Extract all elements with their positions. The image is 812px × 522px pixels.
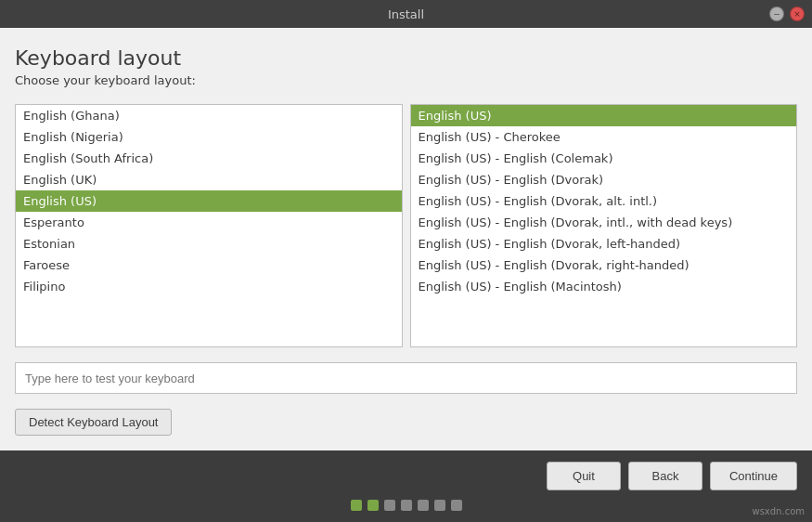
progress-dots — [351, 500, 462, 511]
progress-dot-6 — [451, 500, 462, 511]
list-item[interactable]: English (US) — [411, 105, 797, 126]
list-item[interactable]: English (US) - English (Dvorak, alt. int… — [411, 190, 797, 212]
list-item[interactable]: Filipino — [16, 276, 402, 297]
panels: English (Ghana)English (Nigeria)English … — [15, 104, 797, 347]
content-area: Keyboard layout Choose your keyboard lay… — [0, 28, 812, 450]
list-item[interactable]: English (UK) — [16, 169, 402, 190]
list-item[interactable]: English (US) - English (Colemak) — [411, 148, 797, 169]
window: Install − × Keyboard layout Choose your … — [0, 0, 812, 522]
bottom-area: Quit Back Continue wsxdn.com — [0, 450, 812, 522]
back-button[interactable]: Back — [628, 462, 702, 490]
list-item[interactable]: English (South Africa) — [16, 148, 402, 169]
subtitle: Choose your keyboard layout: — [15, 73, 797, 87]
list-item[interactable]: English (US) — [16, 190, 402, 212]
navigation-buttons: Quit Back Continue — [15, 462, 797, 490]
watermark: wsxdn.com — [752, 506, 805, 516]
progress-dot-0 — [351, 500, 362, 511]
list-item[interactable]: English (US) - English (Dvorak, intl., w… — [411, 212, 797, 233]
progress-dot-1 — [367, 500, 379, 511]
list-item[interactable]: English (US) - English (Dvorak, right-ha… — [411, 254, 797, 276]
list-item[interactable]: English (US) - English (Dvorak, left-han… — [411, 233, 797, 254]
window-controls: − × — [769, 7, 805, 21]
test-input-container — [15, 362, 797, 394]
keyboard-test-input[interactable] — [15, 362, 797, 394]
language-list[interactable]: English (Ghana)English (Nigeria)English … — [15, 104, 403, 347]
list-item[interactable]: English (US) - Cherokee — [411, 126, 797, 148]
progress-dot-2 — [384, 500, 395, 511]
list-item[interactable]: English (US) - English (Dvorak) — [411, 169, 797, 190]
progress-dot-4 — [418, 500, 429, 511]
minimize-button[interactable]: − — [769, 7, 784, 21]
list-item[interactable]: English (US) - English (Macintosh) — [411, 276, 797, 297]
progress-dot-3 — [401, 500, 412, 511]
list-item[interactable]: Estonian — [16, 233, 402, 254]
page-title: Keyboard layout — [15, 46, 797, 70]
list-item[interactable]: Faroese — [16, 254, 402, 276]
variant-list[interactable]: English (US)English (US) - CherokeeEngli… — [410, 104, 798, 347]
list-item[interactable]: English (Ghana) — [16, 105, 402, 126]
list-item[interactable]: Esperanto — [16, 212, 402, 233]
window-title: Install — [388, 7, 424, 21]
list-item[interactable]: English (Nigeria) — [16, 126, 402, 148]
titlebar: Install − × — [0, 0, 812, 28]
progress-dot-5 — [434, 500, 445, 511]
close-button[interactable]: × — [790, 7, 805, 21]
detect-layout-button[interactable]: Detect Keyboard Layout — [15, 409, 172, 436]
continue-button[interactable]: Continue — [710, 462, 797, 490]
quit-button[interactable]: Quit — [547, 462, 621, 490]
